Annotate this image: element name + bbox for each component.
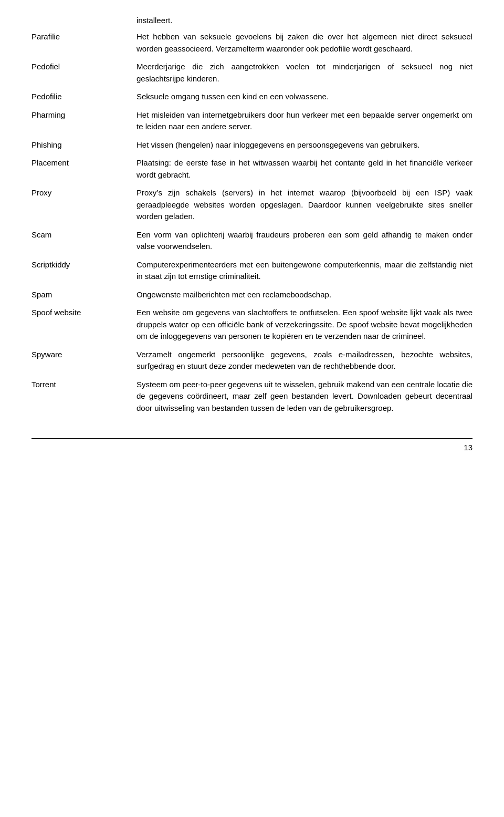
term: Spam (32, 286, 136, 304)
definition: Het hebben van seksuele gevoelens bij za… (136, 28, 472, 58)
definition: Computerexperimenteerders met een buiten… (136, 256, 472, 286)
list-item: PharmingHet misleiden van internetgebrui… (32, 106, 472, 136)
term: Pedofilie (32, 88, 136, 106)
definition: Meerderjarige die zich aangetrokken voel… (136, 58, 472, 88)
list-item: PedofilieSeksuele omgang tussen een kind… (32, 88, 472, 106)
list-item: SpamOngewenste mailberichten met een rec… (32, 286, 472, 304)
list-item: ParafilieHet hebben van seksuele gevoele… (32, 28, 472, 58)
glossary-table: ParafilieHet hebben van seksuele gevoele… (32, 28, 472, 417)
term: Spoof website (32, 304, 136, 346)
definition: Een website om gegevens van slachtoffers… (136, 304, 472, 346)
definition: Verzamelt ongemerkt persoonlijke gegeven… (136, 346, 472, 376)
term: Scam (32, 226, 136, 256)
definition: Plaatsing: de eerste fase in het witwass… (136, 154, 472, 184)
list-item: ScriptkiddyComputerexperimenteerders met… (32, 256, 472, 286)
list-item: Spoof websiteEen website om gegevens van… (32, 304, 472, 346)
definition: Een vorm van oplichterij waarbij fraudeu… (136, 226, 472, 256)
term: Parafilie (32, 28, 136, 58)
definition: Proxy’s zijn schakels (servers) in het i… (136, 184, 472, 226)
definition: Het misleiden van internetgebruikers doo… (136, 106, 472, 136)
page-number: 13 (464, 443, 472, 452)
definition: Ongewenste mailberichten met een reclame… (136, 286, 472, 304)
list-item: ScamEen vorm van oplichterij waarbij fra… (32, 226, 472, 256)
term: Proxy (32, 184, 136, 226)
definition: Systeem om peer-to-peer gegevens uit te … (136, 376, 472, 418)
list-item: ProxyProxy’s zijn schakels (servers) in … (32, 184, 472, 226)
definition: Seksuele omgang tussen een kind en een v… (136, 88, 472, 106)
list-item: SpywareVerzamelt ongemerkt persoonlijke … (32, 346, 472, 376)
list-item: PedofielMeerderjarige die zich aangetrok… (32, 58, 472, 88)
definition: Het vissen (hengelen) naar inloggegevens… (136, 136, 472, 154)
term: Pedofiel (32, 58, 136, 88)
term: Torrent (32, 376, 136, 418)
term: Spyware (32, 346, 136, 376)
term: Placement (32, 154, 136, 184)
list-item: PlacementPlaatsing: de eerste fase in he… (32, 154, 472, 184)
list-item: TorrentSysteem om peer-to-peer gegevens … (32, 376, 472, 418)
page-footer: 13 (32, 438, 472, 452)
term: Pharming (32, 106, 136, 136)
term: Scriptkiddy (32, 256, 136, 286)
term: Phishing (32, 136, 136, 154)
list-item: PhishingHet vissen (hengelen) naar inlog… (32, 136, 472, 154)
intro-text: installeert. (136, 16, 472, 25)
